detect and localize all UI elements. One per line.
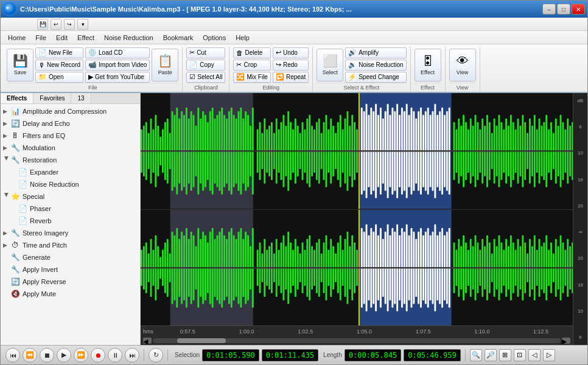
label-delay: Delay and Echo	[23, 120, 70, 127]
menu-edit[interactable]: Edit	[51, 33, 72, 43]
zoom-in-btn[interactable]: 🔍	[470, 349, 482, 361]
delete-label: Delete	[245, 49, 262, 56]
scrollbar-thumb[interactable]	[177, 338, 226, 343]
zoom-sel-btn[interactable]: ⊡	[514, 349, 526, 361]
tree-stereo[interactable]: ▶ 🔧 Stereo Imagery	[1, 227, 140, 239]
tree-special[interactable]: ▶ ⭐ Special	[1, 190, 140, 203]
db-10-top: 10	[578, 150, 583, 156]
sidebar-tab-favorites[interactable]: Favorites	[33, 93, 71, 103]
menu-home[interactable]: Home	[3, 33, 30, 43]
transport-rewind-btn[interactable]: ⏪	[23, 348, 37, 363]
ribbon-importvideo-button[interactable]: 📹 Import from Video	[85, 60, 150, 71]
amplify-icon: 🔊	[348, 49, 357, 57]
qt-dropdown[interactable]: ▾	[77, 19, 88, 30]
transport-stop-btn[interactable]: ⏹	[40, 348, 54, 363]
transport-record-btn[interactable]: ⏺	[91, 348, 105, 363]
tree-delay[interactable]: ▶ 🔄 Delay and Echo	[1, 117, 140, 130]
tree-modulation[interactable]: ▶ 🔧 Modulation	[1, 142, 140, 154]
ribbon-open-button[interactable]: 📁 Open	[35, 72, 83, 83]
ribbon-effect-button[interactable]: 🎛 Effect	[415, 49, 441, 82]
db-inf: ∞	[579, 229, 583, 235]
db-16-top: 16	[578, 177, 583, 182]
tree-expander[interactable]: 📄 Expander	[1, 166, 140, 178]
transport-forward-btn[interactable]: ⏩	[74, 348, 88, 363]
clipboard-col: ✂ Cut 📄 Copy ☑ Select All	[186, 47, 225, 83]
tree-generate[interactable]: 🔧 Generate	[1, 251, 140, 263]
transport-skipfwd-btn[interactable]: ⏭	[125, 348, 139, 363]
tree-filters[interactable]: ▶ 🎚 Filters and EQ	[1, 130, 140, 142]
menu-effect[interactable]: Effect	[72, 33, 99, 43]
label-expander: Expander	[30, 169, 58, 176]
ribbon-speedchange-button[interactable]: ⚡ Speed Change	[345, 72, 406, 83]
tree-applyinvert[interactable]: 🔧 Apply Invert	[1, 263, 140, 276]
ribbon-paste-button[interactable]: 📋 Paste	[152, 49, 178, 82]
tree-timepitch[interactable]: ▶ ⏱ Time and Pitch	[1, 239, 140, 251]
close-button[interactable]: ✕	[572, 4, 585, 15]
ribbon-amplify-button[interactable]: 🔊 Amplify	[345, 47, 406, 58]
tree-phaser[interactable]: 📄 Phaser	[1, 203, 140, 215]
waveform-track2[interactable]	[141, 210, 573, 326]
effect-group-label: Effect	[415, 83, 441, 91]
label-phaser: Phaser	[30, 205, 51, 212]
ribbon-select-button[interactable]: ⬜ Select	[317, 49, 343, 82]
qt-undo[interactable]: ↩	[51, 19, 61, 30]
ribbon-selectall-button[interactable]: ☑ Select All	[186, 72, 225, 83]
undo-label: Undo	[283, 49, 298, 56]
paste-label: Paste	[158, 69, 172, 76]
zoom-out-btn[interactable]: 🔎	[485, 349, 497, 361]
timeline-mark-2: 1:02.5	[298, 328, 313, 335]
ribbon-youtube-button[interactable]: ▶ Get from YouTube	[85, 72, 150, 83]
tree-restoration[interactable]: ▶ 🔧 Restoration	[1, 154, 140, 166]
ribbon-newfile-button[interactable]: 📄 New File	[35, 47, 83, 58]
tree-amplitude[interactable]: ▶ 📊 Amplitude and Compression	[1, 105, 140, 117]
scrollbar-track[interactable]	[153, 338, 561, 343]
menu-noise-reduction[interactable]: Noise Reduction	[99, 33, 158, 43]
ribbon-redo-button[interactable]: ↪ Redo	[273, 60, 309, 71]
ribbon-repeat-button[interactable]: 🔁 Repeat	[273, 72, 309, 83]
ribbon-undo-button[interactable]: ↩ Undo	[273, 47, 309, 58]
zoom-fit-btn[interactable]: ⊞	[499, 349, 511, 361]
ribbon-effect-buttons: 🎛 Effect	[415, 47, 441, 83]
icon-timepitch: ⏱	[10, 240, 20, 250]
menu-bookmark[interactable]: Bookmark	[158, 33, 198, 43]
transport-pause-btn[interactable]: ⏸	[108, 348, 122, 363]
zoom-next-btn[interactable]: ▷	[543, 349, 555, 361]
main-area: Effects Favorites 13 ▶ 📊 Amplitude and C…	[1, 93, 587, 345]
transport-loop-btn[interactable]: ↻	[149, 348, 163, 363]
ribbon-save-button[interactable]: 💾 Save	[7, 49, 33, 82]
icon-applyreverse: 🔄	[10, 277, 20, 287]
ribbon-delete-button[interactable]: 🗑 Delete	[233, 47, 270, 58]
scroll-left-btn[interactable]: ◀	[143, 338, 152, 344]
zoom-prev-btn[interactable]: ◁	[528, 349, 541, 361]
menu-file[interactable]: File	[30, 33, 51, 43]
length-label: Length	[323, 352, 342, 358]
open-icon: 📁	[38, 73, 47, 81]
ribbon-cut-button[interactable]: ✂ Cut	[186, 47, 225, 58]
minimize-button[interactable]: –	[542, 4, 556, 15]
ribbon-editing-group: 🗑 Delete ✂ Crop 🔀 Mix File ↩ U	[229, 47, 313, 92]
ribbon-copy-button[interactable]: 📄 Copy	[186, 60, 225, 71]
ribbon-noisered-button[interactable]: 🔉 Noise Reduction	[345, 60, 406, 71]
ribbon-view-button[interactable]: 👁 View	[449, 49, 476, 82]
qt-redo[interactable]: ↪	[64, 19, 75, 30]
tree-applyreverse[interactable]: 🔄 Apply Reverse	[1, 276, 140, 288]
maximize-button[interactable]: □	[557, 4, 570, 15]
scroll-right-btn[interactable]: ▶	[562, 338, 570, 344]
menu-help[interactable]: Help	[231, 33, 254, 43]
transport-skipback-btn[interactable]: ⏮	[5, 348, 20, 363]
ribbon-newrecord-button[interactable]: 🎙 New Record	[35, 60, 83, 71]
timeline-mark-3: 1:05.0	[357, 328, 372, 335]
menu-options[interactable]: Options	[198, 33, 231, 43]
undo-icon: ↩	[276, 49, 281, 57]
qt-save[interactable]: 💾	[37, 19, 48, 30]
ribbon-crop-button[interactable]: ✂ Crop	[233, 60, 270, 71]
sidebar-tab-effects[interactable]: Effects	[1, 93, 33, 103]
tree-applymute[interactable]: 🔇 Apply Mute	[1, 288, 140, 300]
waveform-track1[interactable]	[141, 93, 573, 210]
tree-noisered[interactable]: 📄 Noise Reduction	[1, 178, 140, 190]
ribbon-loadcd-button[interactable]: 💿 Load CD	[85, 47, 150, 58]
tree-reverb[interactable]: 📄 Reverb	[1, 215, 140, 227]
ribbon-mixfile-button[interactable]: 🔀 Mix File	[233, 72, 270, 83]
transport-play-btn[interactable]: ▶	[57, 348, 71, 363]
icon-special: ⭐	[10, 192, 20, 201]
